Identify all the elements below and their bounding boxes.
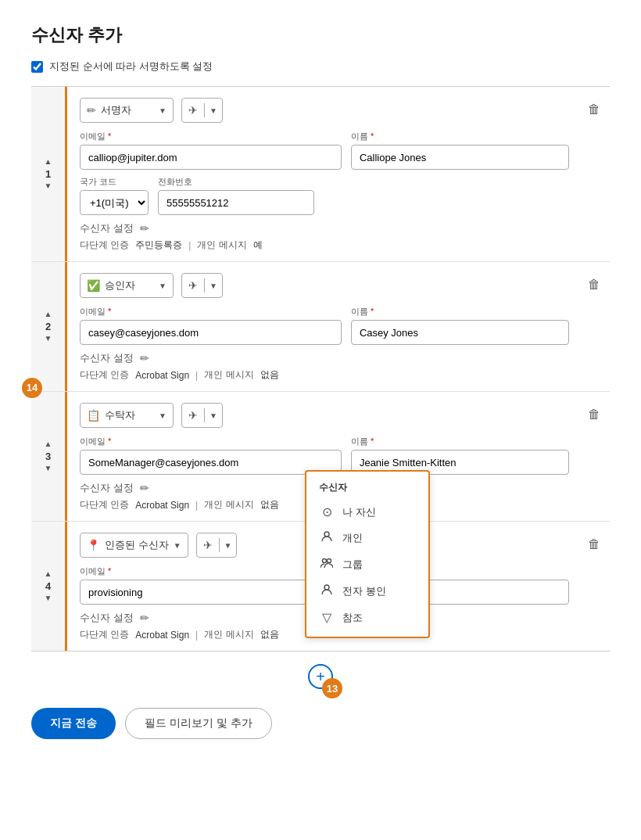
- role-select-4[interactable]: 📍 인증된 수신자 ▼: [80, 533, 188, 558]
- dropdown-section-label: 수신자: [306, 478, 428, 499]
- send-chevron-4[interactable]: ▼: [220, 533, 237, 557]
- delegate-icon: 📋: [87, 409, 100, 422]
- order-down-3[interactable]: ▼: [42, 464, 55, 473]
- order-col-2: ▲ 2 ▼: [31, 262, 67, 391]
- dropdown-item-cc[interactable]: ▽ 참조: [306, 605, 428, 630]
- preview-button[interactable]: 필드 미리보기 및 추가: [125, 708, 272, 739]
- svg-point-3: [324, 585, 329, 590]
- order-col-4: ▲ 4 ▼: [31, 522, 67, 651]
- order-up-4[interactable]: ▲: [42, 569, 55, 579]
- order-up-2[interactable]: ▲: [42, 310, 55, 319]
- send-chevron-1[interactable]: ▼: [205, 99, 222, 122]
- auth-label-2: 다단계 인증: [80, 368, 129, 382]
- order-col-1: ▲ 1 ▼: [31, 87, 67, 261]
- svg-point-0: [324, 532, 329, 537]
- role-dropdown-arrow-2: ▼: [159, 282, 167, 290]
- send-icon-btn-4[interactable]: ✈: [197, 533, 219, 557]
- country-select-1[interactable]: +1(미국): [80, 190, 149, 215]
- send-chevron-3[interactable]: ▼: [205, 404, 222, 427]
- send-now-button[interactable]: 지금 전송: [31, 708, 116, 739]
- order-up-1[interactable]: ▲: [42, 157, 55, 167]
- auth-label-1: 다단계 인증: [80, 239, 129, 252]
- dropdown-item-self[interactable]: ⊙ 나 자신: [306, 499, 428, 525]
- email-input-1[interactable]: [80, 145, 342, 170]
- country-label-1: 국가 코드: [80, 176, 149, 188]
- send-icon-btn-2[interactable]: ✈: [182, 274, 204, 297]
- recipient-row-2: ▲ 2 ▼ ✅ 승인자 ▼ ✈ ▼: [31, 262, 610, 392]
- delete-btn-3[interactable]: 🗑: [585, 404, 603, 425]
- auth-value-1: 주민등록증: [135, 239, 182, 252]
- role-label-3: 수탁자: [105, 408, 154, 422]
- svg-point-1: [323, 559, 327, 563]
- auth-value-3: Acrobat Sign: [135, 500, 189, 511]
- approver-icon: ✅: [87, 279, 100, 292]
- settings-edit-btn-4[interactable]: ✏: [138, 612, 151, 624]
- dropdown-item-cc-label: 참조: [342, 611, 363, 625]
- email-label-3: 이메일 *: [80, 436, 342, 447]
- email-input-3[interactable]: [80, 450, 342, 475]
- order-down-1[interactable]: ▼: [42, 181, 55, 191]
- msg-label-1: 개인 메시지: [197, 239, 246, 252]
- delete-col-2: 🗑: [582, 262, 610, 391]
- dropdown-item-group-label: 그룹: [342, 558, 363, 572]
- badge-14: 14: [22, 378, 42, 398]
- order-down-2[interactable]: ▼: [42, 334, 55, 343]
- add-recipient-button[interactable]: + 13: [308, 664, 333, 689]
- settings-edit-btn-3[interactable]: ✏: [138, 482, 151, 494]
- delete-btn-4[interactable]: 🗑: [585, 534, 603, 555]
- msg-label-2: 개인 메시지: [204, 368, 253, 382]
- seal-icon: [319, 583, 335, 599]
- msg-label-4: 개인 메시지: [204, 628, 253, 641]
- order-col-3: ▲ 3 ▼: [31, 392, 67, 521]
- signer-icon: ✏: [87, 104, 96, 117]
- name-input-1[interactable]: [351, 145, 569, 170]
- send-icon-btn-1[interactable]: ✈: [182, 99, 204, 122]
- settings-edit-btn-2[interactable]: ✏: [138, 352, 151, 364]
- send-btn-group-3: ✈ ▼: [181, 403, 223, 428]
- settings-label-4: 수신자 설정: [80, 611, 134, 625]
- dropdown-item-individual[interactable]: 개인: [306, 525, 428, 551]
- role-select-2[interactable]: ✅ 승인자 ▼: [80, 273, 174, 298]
- order-up-3[interactable]: ▲: [42, 440, 55, 449]
- email-label-1: 이메일 *: [80, 131, 342, 142]
- email-input-4[interactable]: [80, 580, 342, 605]
- msg-value-3: 없음: [260, 498, 279, 512]
- dropdown-item-seal-label: 전자 봉인: [342, 584, 386, 598]
- phone-input-1[interactable]: [158, 190, 314, 215]
- role-dropdown-arrow-3: ▼: [159, 411, 167, 420]
- auth-sep-3: |: [195, 500, 198, 511]
- role-select-1[interactable]: ✏ 서명자 ▼: [80, 98, 174, 123]
- order-num-3: 3: [45, 451, 51, 462]
- auth-value-2: Acrobat Sign: [135, 370, 189, 381]
- email-label-2: 이메일 *: [80, 306, 342, 318]
- role-label-4: 인증된 수신자: [105, 538, 169, 552]
- auth-value-4: Acrobat Sign: [135, 630, 189, 641]
- auth-sep-4: |: [195, 630, 198, 641]
- dropdown-item-seal[interactable]: 전자 봉인: [306, 578, 428, 605]
- bottom-actions: 지금 전송 필드 미리보기 및 추가: [31, 708, 610, 739]
- delete-col-3: 🗑: [582, 392, 610, 521]
- dropdown-item-group[interactable]: 그룹: [306, 551, 428, 578]
- individual-icon: [319, 530, 335, 546]
- dropdown-item-self-label: 나 자신: [342, 505, 376, 519]
- add-recipient-row: + 13: [31, 664, 610, 689]
- order-checkbox[interactable]: [31, 61, 43, 73]
- email-input-2[interactable]: [80, 320, 342, 345]
- send-chevron-2[interactable]: ▼: [205, 274, 222, 297]
- auth-sep-1: |: [188, 240, 191, 251]
- settings-edit-btn-1[interactable]: ✏: [138, 222, 151, 235]
- order-down-4[interactable]: ▼: [42, 594, 55, 603]
- settings-label-3: 수신자 설정: [80, 481, 134, 495]
- role-select-3[interactable]: 📋 수탁자 ▼: [80, 403, 174, 428]
- send-btn-group-4: ✈ ▼: [196, 533, 238, 558]
- delete-btn-1[interactable]: 🗑: [585, 99, 603, 120]
- delete-btn-2[interactable]: 🗑: [585, 275, 603, 295]
- name-input-2[interactable]: [351, 320, 569, 345]
- email-label-4: 이메일 *: [80, 565, 342, 577]
- msg-label-3: 개인 메시지: [204, 498, 253, 512]
- msg-value-2: 없음: [260, 368, 279, 382]
- order-num-4: 4: [45, 580, 51, 592]
- phone-label-1: 전화번호: [158, 176, 314, 188]
- order-num-2: 2: [45, 321, 51, 332]
- send-icon-btn-3[interactable]: ✈: [182, 404, 204, 427]
